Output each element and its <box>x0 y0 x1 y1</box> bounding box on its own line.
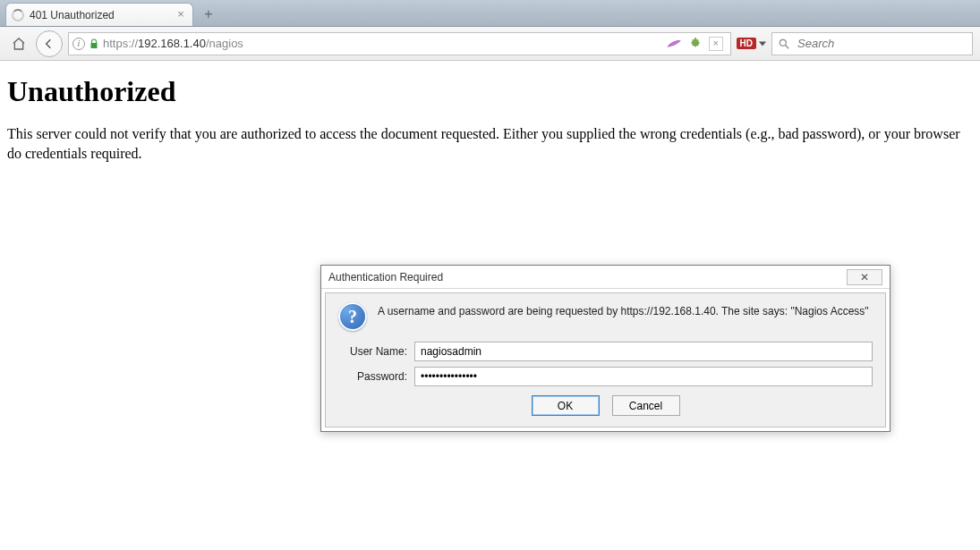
new-tab-button[interactable]: + <box>197 4 220 24</box>
browser-tab[interactable]: 401 Unauthorized × <box>5 3 193 26</box>
username-label: User Name: <box>338 345 414 358</box>
search-box[interactable] <box>771 32 973 55</box>
page-heading: Unauthorized <box>7 75 973 108</box>
back-arrow-icon <box>42 37 56 51</box>
hd-badge-button[interactable]: HD <box>737 38 766 49</box>
site-info-icon[interactable]: i <box>72 38 85 50</box>
url-scheme: https:// <box>103 37 138 50</box>
navigation-toolbar: i https://192.168.1.40/nagios × HD <box>0 27 980 61</box>
page-body-text: This server could not verify that you ar… <box>7 124 973 163</box>
password-input[interactable] <box>414 367 873 386</box>
url-path: /nagios <box>206 37 243 50</box>
home-icon <box>12 37 26 51</box>
clear-url-icon[interactable]: × <box>709 37 723 51</box>
url-right-icons: × <box>666 37 727 51</box>
tab-close-icon[interactable]: × <box>175 8 187 21</box>
page-content: Unauthorized This server could not verif… <box>0 61 980 170</box>
password-label: Password: <box>338 370 414 383</box>
hd-badge: HD <box>737 38 756 49</box>
dialog-body: ? A username and password are being requ… <box>325 292 886 427</box>
dialog-close-button[interactable]: ✕ <box>847 269 882 285</box>
search-input[interactable] <box>796 36 967 51</box>
dialog-titlebar: Authentication Required ✕ <box>321 266 890 289</box>
url-text: https://192.168.1.40/nagios <box>103 37 243 50</box>
url-bar[interactable]: i https://192.168.1.40/nagios × <box>68 32 731 55</box>
username-input[interactable] <box>414 342 873 361</box>
ok-button[interactable]: OK <box>532 395 600 416</box>
tab-strip: 401 Unauthorized × + <box>0 0 980 27</box>
dialog-message: A username and password are being reques… <box>378 302 869 318</box>
loading-spinner-icon <box>12 9 24 21</box>
home-button[interactable] <box>7 32 30 55</box>
tab-title: 401 Unauthorized <box>30 9 115 21</box>
feather-icon[interactable] <box>666 38 682 49</box>
svg-point-0 <box>780 39 786 46</box>
lock-icon <box>89 38 99 50</box>
chevron-down-icon <box>759 41 766 47</box>
close-icon: ✕ <box>860 271 869 283</box>
back-button[interactable] <box>36 30 63 57</box>
question-icon: ? <box>338 302 367 331</box>
auth-dialog: Authentication Required ✕ ? A username a… <box>320 265 891 432</box>
url-host: 192.168.1.40 <box>138 37 206 50</box>
cancel-button[interactable]: Cancel <box>612 395 680 416</box>
search-icon <box>778 38 790 50</box>
puzzle-icon[interactable] <box>689 38 702 50</box>
dialog-title: Authentication Required <box>328 271 443 283</box>
